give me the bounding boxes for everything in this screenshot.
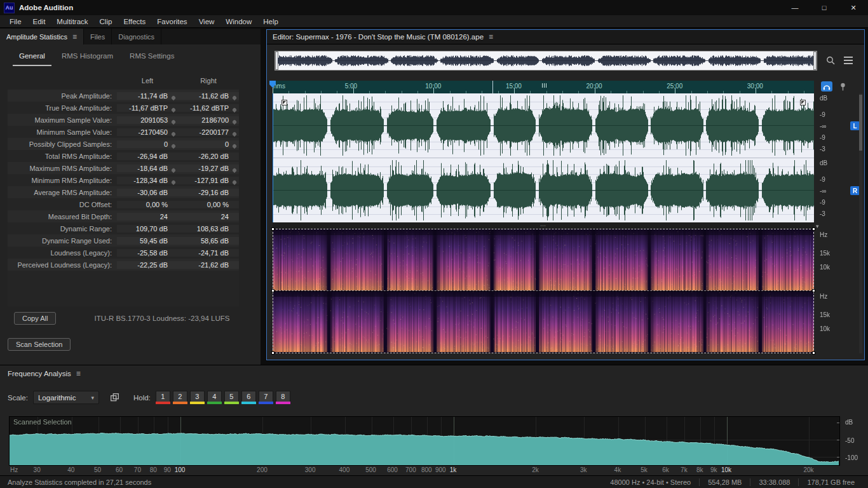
history-pin-icon[interactable] — [171, 95, 176, 100]
stat-label: Maximum RMS Amplitude: — [8, 165, 117, 172]
history-pin-icon[interactable] — [232, 119, 237, 124]
menu-item-help[interactable]: Help — [257, 18, 284, 25]
panel-menu-icon[interactable]: ≡ — [72, 32, 77, 41]
hold-button-6[interactable]: 6 — [241, 391, 256, 402]
hold-button-1[interactable]: 1 — [156, 391, 170, 402]
clip-group-marker — [542, 83, 548, 88]
history-pin-icon[interactable] — [232, 143, 237, 148]
hold-button-2[interactable]: 2 — [173, 391, 187, 402]
menu-item-favorites[interactable]: Favorites — [151, 18, 193, 25]
stat-label: Measured Bit Depth: — [8, 213, 117, 220]
sel-handle-br[interactable] — [812, 351, 815, 355]
vertical-scrollbar[interactable] — [859, 93, 862, 353]
scale-dropdown[interactable]: Logarithmic ▾ — [33, 391, 99, 404]
stats-row: Peak Amplitude:-11,74 dB-11,62 dB — [8, 90, 239, 102]
menu-item-clip[interactable]: Clip — [94, 18, 118, 25]
freq-axis-label: 3k — [574, 466, 592, 473]
history-pin-icon[interactable] — [171, 167, 176, 172]
panel-splitter[interactable]: ⋯ — [273, 222, 814, 229]
db-scale-label: -9 — [820, 176, 825, 183]
panel-tab-label: Files — [90, 33, 105, 41]
history-pin-icon[interactable] — [232, 179, 237, 184]
close-button[interactable]: ✕ — [839, 0, 868, 15]
hold-button-3[interactable]: 3 — [190, 391, 205, 402]
frequency-panel-menu-icon[interactable]: ≡ — [76, 369, 81, 378]
menu-item-effects[interactable]: Effects — [118, 18, 151, 25]
db-ruler-left[interactable]: L dB-9-∞-9-3 — [815, 93, 860, 158]
history-pin-icon[interactable] — [171, 119, 176, 124]
scanned-selection-label: Scanned Selection — [13, 418, 72, 426]
spectrogram-display[interactable] — [273, 229, 814, 353]
history-pin-icon[interactable] — [171, 131, 176, 136]
hold-button-4[interactable]: 4 — [207, 391, 222, 402]
hold-button-5[interactable]: 5 — [224, 391, 239, 402]
stat-value: 24 — [221, 213, 229, 220]
panel-tab-amplitude-statistics[interactable]: Amplitude Statistics≡ — [0, 29, 84, 44]
selection-handle-left[interactable] — [281, 100, 287, 105]
scan-selection-button[interactable]: Scan Selection — [8, 338, 71, 351]
hz-ruler-right[interactable]: Hz15k10k — [815, 290, 860, 352]
panel-tab-diagnostics[interactable]: Diagnostics — [112, 29, 161, 44]
subtab-rms-settings[interactable]: RMS Settings — [123, 52, 180, 66]
selection-handle-right[interactable] — [800, 100, 806, 105]
history-pin-icon[interactable] — [171, 143, 176, 148]
frequency-controls: Scale: Logarithmic ▾ Hold: 12345678 — [8, 391, 290, 404]
pin-icon[interactable] — [837, 81, 848, 92]
freq-axis-label: 4k — [609, 466, 627, 473]
menu-item-multitrack[interactable]: Multitrack — [51, 18, 93, 25]
hold-color-swatch — [276, 402, 290, 404]
stats-column-headers: Left Right — [8, 77, 239, 85]
overview-strip[interactable] — [275, 51, 817, 71]
stat-cell-left: -2170450 — [117, 128, 178, 136]
sel-handle-tr[interactable] — [812, 227, 815, 231]
panel-tab-files[interactable]: Files — [84, 29, 112, 44]
menu-item-file[interactable]: File — [4, 18, 27, 25]
stat-cell-right: 108,63 dB — [178, 225, 239, 233]
copy-graph-icon[interactable] — [109, 393, 121, 403]
channel-badge-right[interactable]: R — [850, 186, 860, 195]
menu-item-window[interactable]: Window — [220, 18, 257, 25]
maximize-button[interactable]: □ — [810, 0, 839, 15]
menu-item-view[interactable]: View — [193, 18, 220, 25]
monitor-icon[interactable] — [821, 81, 832, 92]
channel-badge-left[interactable]: L — [850, 121, 860, 130]
sel-handle-bl[interactable] — [271, 351, 275, 355]
editor-tab-title[interactable]: Editor: Supermax - 1976 - Don't Stop the… — [273, 33, 484, 41]
freq-axis-label: 300 — [301, 466, 319, 473]
stat-cell-left: 24 — [117, 213, 178, 220]
minimize-button[interactable]: — — [780, 0, 810, 15]
timeline-tick-label: 10:00 — [425, 83, 441, 90]
stat-value: -11,67 dBTP — [129, 104, 168, 112]
hold-color-swatch — [241, 402, 256, 404]
stats-row: Perceived Loudness (Legacy):-22,25 dB-21… — [8, 259, 239, 271]
history-pin-icon[interactable] — [232, 131, 237, 136]
hold-button-8[interactable]: 8 — [276, 391, 290, 402]
history-pin-icon[interactable] — [171, 179, 176, 184]
sel-handle-tl[interactable] — [271, 227, 275, 231]
panel-layout-icon[interactable] — [843, 55, 854, 65]
zoom-navigator-icon[interactable] — [825, 55, 836, 65]
sel-handle-mr[interactable] — [812, 289, 815, 292]
db-scale-label: -9 — [820, 199, 825, 206]
spectrogram-left-channel — [273, 229, 814, 290]
stats-row: Loudness (Legacy):-25,58 dB-24,71 dB — [8, 247, 239, 259]
hz-ruler-left[interactable]: Hz15k10k — [815, 229, 860, 290]
stat-label: True Peak Amplitude: — [8, 104, 117, 112]
history-pin-icon[interactable] — [232, 95, 237, 100]
history-pin-icon[interactable] — [232, 167, 237, 172]
scrollbar-thumb[interactable] — [859, 95, 862, 151]
subtab-rms-histogram[interactable]: RMS Histogram — [55, 52, 119, 66]
menu-item-edit[interactable]: Edit — [27, 18, 51, 25]
history-pin-icon[interactable] — [232, 107, 237, 112]
sel-handle-ml[interactable] — [271, 289, 275, 292]
frequency-graph[interactable]: Scanned Selection — [9, 416, 840, 466]
hz-scale-label: 15k — [820, 311, 830, 318]
waveform-display[interactable] — [273, 93, 814, 222]
collapse-arrow-icon[interactable]: ▾ — [816, 223, 819, 229]
editor-panel-menu-icon[interactable]: ≡ — [489, 32, 493, 41]
subtab-general[interactable]: General — [13, 52, 51, 66]
copy-all-button[interactable]: Copy All — [14, 312, 56, 325]
db-ruler-right[interactable]: R dB-9-∞-9-3 — [815, 158, 860, 222]
hold-button-7[interactable]: 7 — [259, 391, 273, 402]
history-pin-icon[interactable] — [171, 107, 176, 112]
